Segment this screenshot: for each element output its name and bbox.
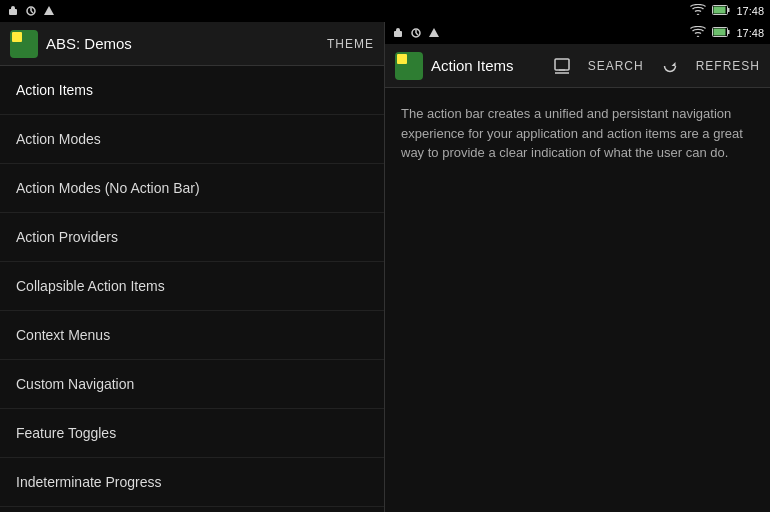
- edit-icon-button[interactable]: [548, 52, 576, 80]
- left-panel: ABS: Demos THEME Action ItemsAction Mode…: [0, 22, 385, 512]
- search-button[interactable]: SEARCH: [588, 59, 644, 73]
- status-right: 17:48: [690, 4, 764, 18]
- right-time: 17:48: [736, 27, 764, 39]
- nav-item-action-items[interactable]: Action Items: [0, 66, 384, 115]
- nav-item-custom-navigation[interactable]: Custom Navigation: [0, 360, 384, 409]
- nav-item-list-navigation[interactable]: List Navigation: [0, 507, 384, 512]
- svg-rect-16: [555, 59, 569, 70]
- app-title: ABS: Demos: [46, 35, 132, 52]
- right-notif-3: [427, 26, 441, 40]
- right-wifi-icon: [690, 26, 706, 40]
- svg-marker-12: [429, 28, 439, 37]
- battery-icon: [712, 5, 730, 17]
- right-status-bar: 17:48: [385, 22, 770, 44]
- nav-item-action-modes[interactable]: Action Modes: [0, 115, 384, 164]
- svg-marker-18: [671, 62, 675, 66]
- svg-line-3: [31, 11, 33, 13]
- main-area: ABS: Demos THEME Action ItemsAction Mode…: [0, 22, 770, 512]
- app-icon: [10, 30, 38, 58]
- svg-rect-14: [714, 29, 726, 36]
- right-header-left: Action Items: [395, 52, 514, 80]
- notification-icon-3: [42, 4, 56, 18]
- svg-rect-8: [394, 31, 402, 37]
- nav-list: Action ItemsAction ModesAction Modes (No…: [0, 66, 384, 512]
- status-left: [6, 4, 56, 18]
- right-app-icon: [395, 52, 423, 80]
- status-bar: 17:48: [0, 0, 770, 22]
- nav-item-action-providers[interactable]: Action Providers: [0, 213, 384, 262]
- svg-rect-0: [9, 9, 17, 15]
- right-notif-1: [391, 26, 405, 40]
- right-content-area: The action bar creates a unified and per…: [385, 88, 770, 179]
- nav-item-context-menus[interactable]: Context Menus: [0, 311, 384, 360]
- refresh-icon-button[interactable]: [656, 52, 684, 80]
- notification-icon-1: [6, 4, 20, 18]
- svg-rect-6: [714, 7, 726, 14]
- notification-icon-2: [24, 4, 38, 18]
- right-status-left: [391, 26, 441, 40]
- svg-rect-7: [728, 8, 730, 12]
- right-battery-icon: [712, 27, 730, 39]
- right-notif-2: [409, 26, 423, 40]
- wifi-icon: [690, 4, 706, 18]
- svg-marker-4: [44, 6, 54, 15]
- right-panel: 17:48 Action Items SEARCH: [385, 22, 770, 512]
- nav-item-collapsible-action-items[interactable]: Collapsible Action Items: [0, 262, 384, 311]
- nav-item-action-modes-no-action-bar[interactable]: Action Modes (No Action Bar): [0, 164, 384, 213]
- refresh-button[interactable]: REFRESH: [696, 59, 760, 73]
- right-panel-title: Action Items: [431, 57, 514, 74]
- right-status-right: 17:48: [690, 26, 764, 40]
- content-text: The action bar creates a unified and per…: [401, 104, 754, 163]
- theme-button[interactable]: THEME: [327, 37, 374, 51]
- right-header-actions: SEARCH REFRESH: [548, 52, 760, 80]
- svg-line-11: [416, 33, 418, 35]
- left-header-left: ABS: Demos: [10, 30, 132, 58]
- svg-rect-15: [728, 30, 730, 34]
- time-display: 17:48: [736, 5, 764, 17]
- nav-item-feature-toggles[interactable]: Feature Toggles: [0, 409, 384, 458]
- right-header: Action Items SEARCH REFRE: [385, 44, 770, 88]
- left-header: ABS: Demos THEME: [0, 22, 384, 66]
- nav-item-indeterminate-progress[interactable]: Indeterminate Progress: [0, 458, 384, 507]
